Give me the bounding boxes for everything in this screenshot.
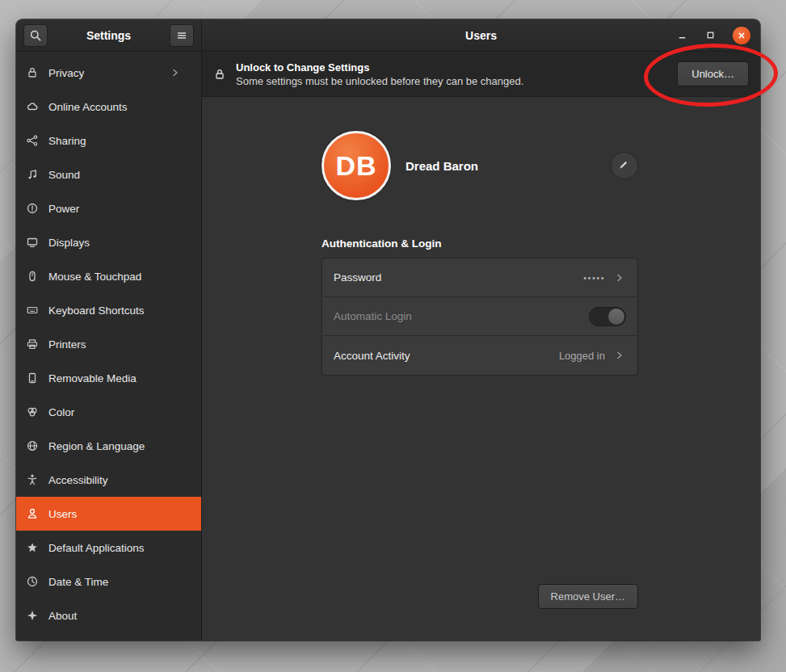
- sidebar-item-label: Sharing: [48, 135, 86, 147]
- settings-window: Settings Users: [16, 19, 760, 640]
- sidebar-item-power[interactable]: Power: [16, 191, 201, 225]
- sidebar-item-label: Printers: [48, 338, 86, 351]
- sidebar-item-sound[interactable]: Sound: [16, 158, 201, 191]
- users-panel: Unlock to Change Settings Some settings …: [202, 52, 760, 640]
- sidebar-item-color[interactable]: Color: [16, 395, 201, 429]
- chevron-right-icon: [169, 66, 182, 79]
- window-controls: [676, 19, 750, 51]
- keyboard-icon: [26, 304, 39, 317]
- remove-user-area: Remove User…: [322, 584, 638, 609]
- lock-icon: [26, 66, 39, 79]
- sidebar-item-label: Displays: [48, 237, 90, 249]
- sidebar-item-privacy[interactable]: Privacy: [16, 56, 201, 90]
- sidebar-item-region-language[interactable]: Region & Language: [16, 429, 201, 463]
- toggle-knob: [608, 309, 624, 325]
- pencil-icon: [618, 159, 631, 172]
- chevron-right-icon: [613, 271, 626, 284]
- sidebar-item-label: Online Accounts: [48, 101, 128, 113]
- search-icon: [29, 29, 42, 42]
- row-label: Automatic Login: [334, 310, 412, 322]
- sidebar-item-label: Privacy: [48, 67, 84, 79]
- sidebar-item-default-applications[interactable]: Default Applications: [16, 531, 201, 565]
- sidebar-item-label: Power: [48, 203, 79, 215]
- sidebar-item-keyboard-shortcuts[interactable]: Keyboard Shortcuts: [16, 293, 201, 327]
- sidebar-item-label: Region & Language: [48, 440, 145, 452]
- power-icon: [26, 202, 39, 215]
- user-name: Dread Baron: [406, 159, 478, 173]
- sidebar-item-label: Color: [48, 406, 74, 418]
- music-note-icon: [26, 168, 39, 181]
- sidebar-headerbar: Settings: [16, 19, 202, 51]
- sidebar-item-label: Keyboard Shortcuts: [48, 304, 145, 317]
- avatar[interactable]: DB: [322, 131, 391, 200]
- globe-icon: [26, 439, 39, 452]
- maximize-button[interactable]: [704, 29, 717, 41]
- remove-user-button[interactable]: Remove User…: [538, 584, 638, 609]
- sidebar-item-label: Accessibility: [48, 474, 108, 486]
- sidebar-item-removable-media[interactable]: Removable Media: [16, 361, 201, 395]
- row-label: Password: [334, 271, 381, 284]
- printer-icon: [26, 338, 39, 351]
- mouse-icon: [26, 270, 39, 283]
- banner-text: Unlock to Change Settings Some settings …: [236, 61, 523, 87]
- user-header: DB Dread Baron: [322, 131, 638, 200]
- hamburger-menu-icon: [175, 29, 188, 42]
- auth-section-heading: Authentication & Login: [322, 237, 638, 250]
- chevron-right-icon: [613, 349, 626, 362]
- sidebar-item-date-time[interactable]: Date & Time: [16, 565, 201, 598]
- password-dots: •••••: [583, 273, 605, 283]
- edit-name-button[interactable]: [611, 152, 638, 179]
- sidebar-item-about[interactable]: About: [16, 598, 201, 632]
- lock-icon: [213, 68, 226, 81]
- sparkle-icon: [26, 609, 39, 622]
- account-activity-row[interactable]: Account Activity Logged in: [322, 336, 637, 375]
- automatic-login-toggle[interactable]: [589, 307, 626, 326]
- sidebar-item-label: Mouse & Touchpad: [48, 271, 141, 283]
- account-activity-value: Logged in: [559, 350, 605, 362]
- user-icon: [26, 507, 39, 520]
- sidebar-item-users[interactable]: Users: [16, 497, 201, 531]
- minimize-button[interactable]: [676, 29, 688, 41]
- cloud-icon: [26, 100, 39, 113]
- close-button[interactable]: [733, 27, 750, 44]
- clock-icon: [26, 575, 39, 588]
- color-icon: [26, 405, 39, 418]
- sidebar-item-label: About: [48, 610, 77, 622]
- sidebar-item-label: Date & Time: [48, 576, 108, 588]
- sidebar-item-online-accounts[interactable]: Online Accounts: [16, 90, 201, 124]
- share-icon: [26, 134, 39, 147]
- sidebar: Privacy Online Accounts Sharing: [16, 52, 202, 640]
- device-icon: [26, 372, 39, 384]
- accessibility-icon: [26, 473, 39, 486]
- sidebar-item-printers[interactable]: Printers: [16, 327, 201, 361]
- auth-list: Password ••••• Automatic Login: [322, 258, 638, 376]
- users-main: DB Dread Baron Authentication & Login Pa…: [202, 97, 760, 640]
- search-button[interactable]: [23, 24, 48, 47]
- content-headerbar: Users: [202, 19, 760, 51]
- page-title: Users: [465, 29, 497, 42]
- star-icon: [26, 541, 39, 554]
- monitor-icon: [26, 236, 39, 249]
- sidebar-item-accessibility[interactable]: Accessibility: [16, 463, 201, 497]
- banner-title: Unlock to Change Settings: [236, 61, 523, 74]
- menu-button[interactable]: [170, 24, 194, 47]
- password-row[interactable]: Password •••••: [322, 258, 637, 297]
- sidebar-item-label: Sound: [48, 169, 80, 181]
- row-label: Account Activity: [334, 350, 410, 362]
- sidebar-item-label: Removable Media: [48, 372, 137, 384]
- sidebar-item-displays[interactable]: Displays: [16, 225, 201, 259]
- titlebar: Settings Users: [16, 19, 760, 52]
- automatic-login-row: Automatic Login: [322, 297, 637, 336]
- sidebar-item-sharing[interactable]: Sharing: [16, 124, 201, 158]
- unlock-button[interactable]: Unlock…: [677, 61, 749, 86]
- sidebar-title: Settings: [86, 29, 131, 42]
- unlock-banner: Unlock to Change Settings Some settings …: [202, 52, 760, 97]
- sidebar-item-label: Default Applications: [48, 542, 145, 554]
- sidebar-item-mouse-touchpad[interactable]: Mouse & Touchpad: [16, 259, 201, 293]
- sidebar-item-label: Users: [48, 508, 77, 520]
- banner-subtitle: Some settings must be unlocked before th…: [236, 75, 523, 87]
